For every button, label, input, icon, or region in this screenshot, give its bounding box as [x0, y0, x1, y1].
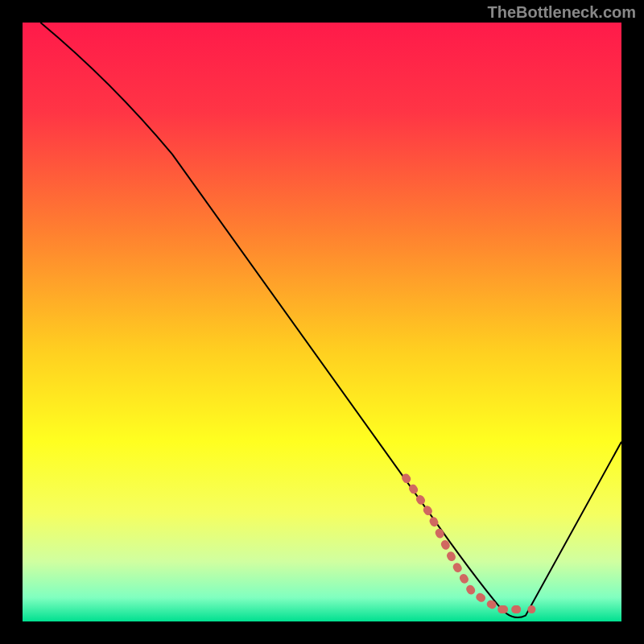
chart-svg [0, 0, 644, 644]
svg-point-1 [513, 605, 521, 613]
svg-point-2 [527, 605, 535, 613]
svg-point-0 [497, 605, 506, 613]
chart-container [0, 0, 644, 644]
plot-background [23, 23, 621, 621]
watermark: TheBottleneck.com [488, 3, 636, 22]
